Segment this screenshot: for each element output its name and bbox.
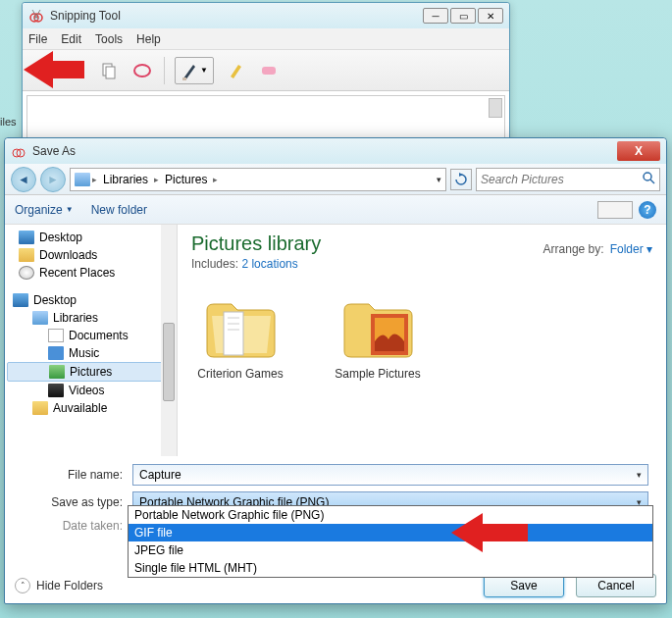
svg-marker-13 (24, 51, 84, 88)
pictures-icon (49, 365, 65, 379)
minimize-button[interactable]: ─ (423, 8, 448, 24)
view-mode-button[interactable] (597, 201, 633, 219)
organize-button[interactable]: Organize ▼ (15, 203, 74, 217)
filename-value: Capture (139, 468, 181, 482)
tree-music[interactable]: Music (7, 344, 175, 362)
hide-folders-button[interactable]: ˄ Hide Folders (15, 578, 103, 593)
breadcrumb[interactable]: ▸ Libraries ▸ Pictures ▸ ▾ (70, 168, 446, 191)
tree-videos[interactable]: Videos (7, 382, 175, 399)
content-pane: Pictures library Includes: 2 locations A… (178, 225, 666, 456)
tree-libraries[interactable]: Libraries (7, 309, 175, 327)
new-folder-button[interactable]: New folder (91, 203, 147, 217)
savetype-dropdown-list: Portable Network Graphic file (PNG) GIF … (128, 505, 653, 578)
search-input[interactable] (481, 173, 642, 186)
tree-scrollbar[interactable] (161, 225, 177, 456)
search-box[interactable] (476, 168, 660, 191)
help-button[interactable]: ? (639, 201, 656, 219)
svg-rect-19 (224, 312, 243, 355)
breadcrumb-libraries[interactable]: Libraries (99, 173, 152, 186)
pen-tool-group[interactable]: ▼ (175, 57, 214, 84)
folder-sample-pictures[interactable]: Sample Pictures (329, 292, 427, 381)
red-arrow-save-icon (24, 51, 84, 88)
scrollbar-thumb[interactable] (489, 98, 502, 118)
saveas-close-button[interactable]: X (617, 141, 660, 161)
tree-downloads[interactable]: Downloads (7, 246, 175, 264)
downloads-icon (19, 248, 34, 262)
toolbar-separator (164, 57, 165, 84)
background-truncated-text: iles (0, 116, 17, 128)
chevron-right-icon[interactable]: ▸ (92, 175, 97, 184)
library-title: Pictures library (191, 232, 321, 255)
tree-auvailable[interactable]: Auvailable (7, 399, 175, 417)
highlighter-button[interactable] (224, 59, 247, 82)
datetaken-label: Date taken: (23, 519, 132, 533)
arrange-label: Arrange by: (543, 242, 604, 256)
tree-desktop[interactable]: Desktop (7, 229, 175, 246)
menu-edit[interactable]: Edit (61, 32, 81, 46)
documents-icon (48, 329, 64, 342)
tree-desktop-root[interactable]: Desktop (7, 291, 175, 309)
pen-dropdown-icon[interactable]: ▼ (200, 66, 208, 75)
breadcrumb-pictures[interactable]: Pictures (161, 173, 211, 186)
search-icon[interactable] (642, 171, 655, 187)
menu-help[interactable]: Help (136, 32, 161, 46)
pen-icon (181, 61, 196, 80)
snip-menubar: File Edit Tools Help (23, 28, 509, 50)
svg-line-18 (650, 180, 654, 183)
snip-canvas (26, 95, 505, 142)
savetype-label: Save as type: (23, 495, 132, 509)
snip-title-text: Snipping Tool (50, 9, 423, 23)
type-option-jpeg[interactable]: JPEG file (129, 541, 652, 559)
filename-label: File name: (23, 468, 132, 482)
type-option-gif[interactable]: GIF file (129, 524, 652, 541)
svg-rect-12 (262, 67, 276, 75)
folder-icon (339, 292, 416, 361)
svg-rect-11 (182, 77, 186, 80)
folder-tree-pane: Desktop Downloads Recent Places Desktop … (5, 225, 178, 456)
filename-input[interactable]: Capture ▾ (132, 464, 648, 486)
copy-button[interactable] (97, 59, 121, 82)
tree-pictures[interactable]: Pictures (7, 362, 175, 382)
snip-titlebar[interactable]: Snipping Tool ─ ▭ ✕ (23, 3, 509, 28)
nav-back-button[interactable]: ◄ (11, 167, 36, 192)
explorer-toolbar: Organize ▼ New folder ? (5, 195, 666, 225)
send-button[interactable] (130, 59, 154, 82)
chevron-down-icon[interactable]: ▾ (637, 470, 642, 480)
folder-label: Criterion Games (197, 367, 283, 381)
chevron-right-icon[interactable]: ▸ (154, 175, 159, 184)
tree-scroll-thumb[interactable] (163, 323, 175, 401)
breadcrumb-dropdown-icon[interactable]: ▾ (437, 175, 441, 184)
tree-recent-places[interactable]: Recent Places (7, 264, 175, 282)
desktop-icon (19, 231, 34, 244)
svg-marker-25 (451, 513, 528, 552)
saveas-app-icon (11, 143, 26, 159)
nav-bar: ◄ ► ▸ Libraries ▸ Pictures ▸ ▾ (5, 164, 666, 195)
desktop-icon (13, 293, 28, 307)
locations-link[interactable]: 2 locations (241, 257, 297, 271)
libraries-icon (75, 173, 90, 186)
svg-point-17 (644, 173, 651, 180)
videos-icon (48, 384, 64, 397)
music-icon (48, 346, 64, 360)
folder-criterion-games[interactable]: Criterion Games (191, 292, 289, 381)
chevron-right-icon[interactable]: ▸ (213, 175, 218, 184)
snip-app-icon (28, 8, 44, 24)
menu-tools[interactable]: Tools (95, 32, 123, 46)
arrange-dropdown[interactable]: Folder ▾ (610, 242, 652, 256)
maximize-button[interactable]: ▭ (450, 8, 476, 24)
libraries-icon (32, 311, 48, 325)
library-subtitle: Includes: 2 locations (191, 257, 321, 271)
chevron-up-icon: ˄ (15, 578, 30, 593)
refresh-button[interactable] (450, 169, 472, 190)
saveas-title-text: Save As (32, 144, 617, 158)
menu-file[interactable]: File (28, 32, 47, 46)
type-option-png[interactable]: Portable Network Graphic file (PNG) (129, 506, 652, 524)
nav-forward-button[interactable]: ► (40, 167, 66, 192)
close-button[interactable]: ✕ (478, 8, 503, 24)
tree-documents[interactable]: Documents (7, 327, 175, 344)
type-option-mht[interactable]: Single file HTML (MHT) (129, 559, 652, 577)
snipping-tool-window: Snipping Tool ─ ▭ ✕ File Edit Tools Help… (22, 2, 510, 147)
eraser-button[interactable] (257, 59, 281, 82)
saveas-titlebar[interactable]: Save As X (5, 138, 666, 164)
folder-label: Sample Pictures (335, 367, 420, 381)
